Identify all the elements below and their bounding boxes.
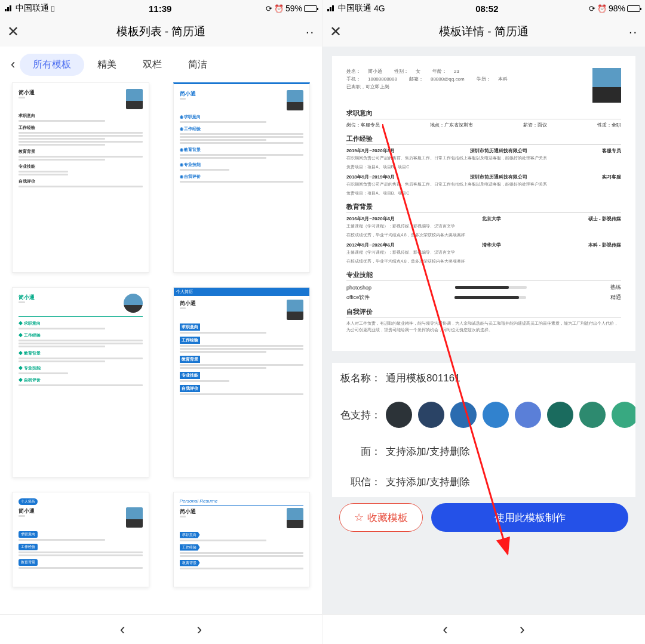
color-swatches (386, 402, 635, 428)
bottom-nav-right: ‹ › (322, 614, 645, 644)
battery-icon (627, 5, 640, 12)
signal-icon (5, 5, 13, 11)
nav-next[interactable]: › (520, 620, 525, 639)
section-experience: 工作经验 (346, 134, 621, 145)
color-swatch[interactable] (515, 402, 541, 428)
battery-icon (304, 5, 317, 12)
carrier-label: 中国联通 (16, 3, 49, 14)
template-card[interactable]: 个人简历 简小通 求职意向 工作经验 教育背景 (12, 492, 149, 587)
tab-fine[interactable]: 精美 (84, 54, 130, 76)
template-card[interactable]: 个人简历 简小通 求职意向 工作经验 教育背景 专业技能 自我评价 (173, 287, 311, 477)
section-skills: 专业技能 (346, 270, 621, 281)
phone-right: 中国联通 4G 08:52 ⟳ ⏰ 98% ✕ 模板详情 - 简历通 ·· 姓名… (322, 0, 645, 644)
tabs-row: ‹ 所有模板 精美 双栏 简洁 (0, 47, 322, 82)
more-button[interactable]: ·· (629, 25, 638, 39)
close-button[interactable]: ✕ (330, 23, 342, 40)
template-card[interactable]: Personal Resume 简小通 求职意向 工作经验 教育背景 (173, 492, 311, 587)
header-right: ✕ 模板详情 - 简历通 ·· (322, 17, 645, 47)
alarm-icon: ⏰ (597, 4, 607, 13)
status-bar-left: 中国联通 􀙇 11:39 ⟳ ⏰ 59% (0, 0, 322, 17)
action-row: ☆ 收藏模板 使用此模板制作 (332, 497, 635, 535)
template-grid[interactable]: 简小通 求职意向 工作经验 教育背景 专业技能 自我评价 简小通 ◉ 求职意向 … (0, 82, 322, 614)
network-label: 4G (374, 4, 385, 13)
meta-color-label: 色支持： (332, 408, 386, 422)
meta-name-value: 通用模板801161 (386, 371, 460, 385)
alarm-icon: ⏰ (274, 4, 284, 13)
template-card[interactable]: 简小通 ◉ 求职意向 ◉ 工作经验 ◉ 教育背景 ◉ 专业技能 ◉ 自我评价 (173, 82, 311, 273)
bottom-nav-left: ‹ › (0, 614, 322, 644)
star-icon: ☆ (354, 511, 364, 524)
color-swatch[interactable] (579, 402, 606, 428)
avatar-thumb (287, 508, 303, 528)
section-education: 教育背景 (346, 202, 621, 213)
meta-letter-value: 支持添加/支持删除 (386, 475, 470, 489)
status-time: 11:39 (149, 4, 171, 14)
signal-icon (327, 5, 336, 11)
back-button[interactable]: ‹ (6, 57, 20, 72)
tab-twocol[interactable]: 双栏 (130, 54, 175, 76)
close-button[interactable]: ✕ (7, 23, 19, 40)
header-left: ✕ 模板列表 - 简历通 ·· (0, 17, 322, 47)
battery-percent: 59% (285, 4, 302, 13)
nav-prev[interactable]: ‹ (120, 620, 125, 639)
resume-preview[interactable]: 姓名：简小通 性别：女 年龄：23 手机：18888888888 邮箱：8888… (332, 56, 635, 351)
favorite-button[interactable]: ☆ 收藏模板 (339, 503, 423, 532)
template-card[interactable]: 简小通 求职意向 工作经验 教育背景 专业技能 自我评价 (12, 82, 149, 273)
avatar-thumb (124, 294, 143, 313)
tab-all[interactable]: 所有模板 (20, 54, 84, 76)
carrier-label: 中国联通 (338, 3, 371, 14)
meta-cover-value: 支持添加/支持删除 (386, 445, 470, 458)
avatar-thumb (126, 89, 143, 109)
page-title: 模板详情 - 简历通 (330, 24, 638, 39)
page-title: 模板列表 - 简历通 (7, 24, 315, 39)
status-time: 08:52 (475, 4, 498, 14)
more-button[interactable]: ·· (306, 25, 315, 39)
color-swatch[interactable] (386, 402, 412, 428)
section-intention: 求职意向 (346, 109, 621, 119)
nav-next[interactable]: › (197, 620, 202, 639)
avatar-thumb (126, 507, 143, 528)
use-template-button[interactable]: 使用此模板制作 (431, 503, 628, 532)
resume-photo (592, 68, 621, 103)
template-card[interactable]: 简小通 ◆ 求职意向 ◆ 工作经验 ◆ 教育背景 ◆ 专业技能 ◆ 自我评价 (12, 287, 149, 477)
status-bar-right: 中国联通 4G 08:52 ⟳ ⏰ 98% (322, 0, 645, 17)
phone-left: 中国联通 􀙇 11:39 ⟳ ⏰ 59% ✕ 模板列表 - 简历通 ·· ‹ 所… (0, 0, 322, 644)
avatar-thumb (287, 300, 303, 320)
orientation-lock-icon: ⟳ (589, 4, 595, 13)
meta-letter-label: 职信： (332, 475, 386, 489)
avatar-thumb (287, 90, 303, 110)
battery-percent: 98% (609, 4, 625, 13)
color-swatch[interactable] (418, 402, 444, 428)
nav-prev[interactable]: ‹ (443, 620, 448, 639)
tab-simple[interactable]: 简洁 (175, 54, 220, 76)
meta-name-label: 板名称： (332, 371, 386, 385)
color-swatch[interactable] (450, 402, 477, 428)
color-swatch[interactable] (547, 402, 573, 428)
orientation-lock-icon: ⟳ (266, 4, 272, 13)
template-meta: 板名称： 通用模板801161 色支持： 面： 支持添加/支持删除 (332, 363, 635, 497)
color-swatch[interactable] (612, 402, 635, 428)
resume-info: 姓名：简小通 性别：女 年龄：23 手机：18888888888 邮箱：8888… (346, 68, 586, 103)
meta-cover-label: 面： (332, 445, 386, 458)
section-selfeval: 自我评价 (346, 307, 621, 318)
wifi-icon: 􀙇 (51, 4, 54, 14)
color-swatch[interactable] (483, 402, 509, 428)
detail-area[interactable]: 姓名：简小通 性别：女 年龄：23 手机：18888888888 邮箱：8888… (322, 47, 645, 614)
